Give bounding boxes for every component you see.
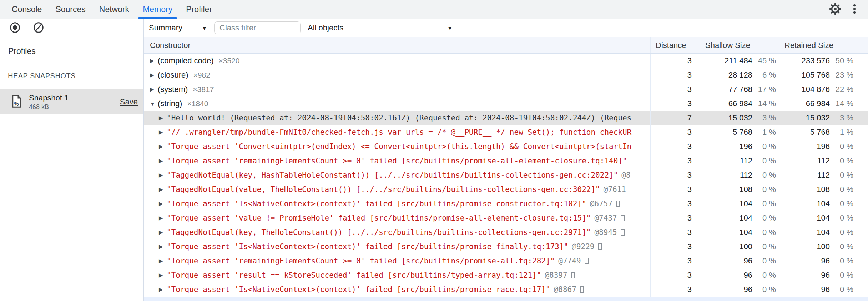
tab-network[interactable]: Network xyxy=(92,0,136,19)
profiles-heading: Profiles xyxy=(0,37,143,56)
retained-size-cell: 1040 % xyxy=(781,211,868,225)
size-percent: 0 % xyxy=(752,285,776,294)
column-header-distance[interactable]: Distance xyxy=(650,37,702,53)
expand-triangle-icon[interactable]: ▶ xyxy=(159,115,167,121)
profiles-sidebar: Profiles HEAP SNAPSHOTS % Snapshot 1 468… xyxy=(0,37,144,301)
snapshot-texts: Snapshot 1 468 kB xyxy=(29,93,120,111)
string-value: "TaggedNotEqual(key, HashTableHoleConsta… xyxy=(167,171,618,179)
string-instance-row[interactable]: ▶"Torque assert 'remainingElementsCount … xyxy=(144,254,868,268)
tab-profiler[interactable]: Profiler xyxy=(179,0,219,19)
shallow-size-cell: 960 % xyxy=(702,254,781,268)
string-value: "// .wrangler/tmp/bundle-FmNIt0/checked-… xyxy=(167,128,631,137)
size-percent: 14 % xyxy=(752,99,776,108)
size-bytes: 96 xyxy=(781,256,830,266)
size-percent: 14 % xyxy=(830,99,853,108)
distance-cell: 3 xyxy=(650,197,702,211)
string-instance-row[interactable]: ▶"// .wrangler/tmp/bundle-FmNIt0/checked… xyxy=(144,125,868,139)
distance-cell: 3 xyxy=(650,225,702,240)
string-instance-row[interactable]: ▶"Torque assert 'Is<NativeContext>(conte… xyxy=(144,240,868,254)
expand-triangle-icon[interactable]: ▶ xyxy=(159,243,167,250)
column-header-shallow-size[interactable]: Shallow Size xyxy=(702,37,781,53)
memory-toolbar: Summary ▼ All objects ▼ xyxy=(0,19,868,37)
constructor-group-row[interactable]: ▶(compiled code)×35203211 48445 %233 576… xyxy=(144,54,868,68)
perspective-select[interactable]: Summary ▼ xyxy=(149,23,211,33)
size-bytes: 196 xyxy=(702,142,752,151)
expand-triangle-icon[interactable]: ▶ xyxy=(159,143,167,150)
constructor-name: (compiled code) xyxy=(158,56,214,65)
collapse-triangle-icon[interactable]: ▼ xyxy=(150,101,158,107)
constructor-group-row[interactable]: ▼(string)×1840366 98414 %66 98414 % xyxy=(144,97,868,111)
settings-button[interactable] xyxy=(827,1,843,17)
class-filter-input[interactable] xyxy=(214,21,301,34)
string-instance-row[interactable]: ▶"Torque assert 'Is<NativeContext>(conte… xyxy=(144,197,868,211)
snapshot-item[interactable]: % Snapshot 1 468 kB Save xyxy=(0,89,143,114)
size-bytes: 77 768 xyxy=(702,85,752,94)
expand-triangle-icon[interactable]: ▶ xyxy=(150,58,158,64)
string-instance-row[interactable]: ▶"Torque assert 'remainingElementsCount … xyxy=(144,154,868,168)
clear-profiles-button[interactable] xyxy=(31,20,46,36)
distance-cell: 3 xyxy=(650,97,702,111)
expand-triangle-icon[interactable]: ▶ xyxy=(159,129,167,135)
record-icon xyxy=(9,22,21,34)
column-header-constructor[interactable]: Constructor xyxy=(144,37,650,53)
string-value: "Torque assert 'Is<NativeContext>(contex… xyxy=(167,199,586,208)
distance-cell: 3 xyxy=(650,82,702,97)
take-snapshot-button[interactable] xyxy=(7,20,23,36)
tabbar-divider xyxy=(820,3,820,15)
size-percent: 0 % xyxy=(752,271,776,280)
string-instance-row[interactable]: ▶"Torque assert 'Is<NativeContext>(conte… xyxy=(144,282,868,297)
grid-rows: ▶(compiled code)×35203211 48445 %233 576… xyxy=(144,54,868,297)
missing-glyph-box-icon xyxy=(616,201,620,207)
constructor-cell: ▶"Torque assert 'result == kStoreSuccede… xyxy=(144,268,650,282)
constructor-group-row[interactable]: ▶(system)×3817377 76817 %104 87622 % xyxy=(144,82,868,97)
tab-console[interactable]: Console xyxy=(5,0,49,19)
object-id: @8 xyxy=(621,171,630,179)
expand-triangle-icon[interactable]: ▶ xyxy=(159,286,167,293)
size-percent: 0 % xyxy=(752,242,776,251)
distance-cell: 3 xyxy=(650,168,702,182)
expand-triangle-icon[interactable]: ▶ xyxy=(159,272,167,278)
size-percent: 3 % xyxy=(752,113,776,123)
missing-glyph-box-icon xyxy=(580,286,584,293)
size-percent: 0 % xyxy=(830,142,853,151)
constructor-name: (system) xyxy=(158,85,188,94)
size-bytes: 96 xyxy=(781,285,830,294)
expand-triangle-icon[interactable]: ▶ xyxy=(159,201,167,207)
missing-glyph-box-icon xyxy=(621,215,625,221)
size-bytes: 104 xyxy=(781,213,830,223)
size-percent: 0 % xyxy=(752,185,776,194)
tab-memory[interactable]: Memory xyxy=(136,0,179,19)
string-value: "Torque assert 'remainingElementsCount >… xyxy=(167,257,555,265)
objects-scope-select[interactable]: All objects ▼ xyxy=(308,23,458,33)
string-instance-row[interactable]: ▶"Torque assert 'value != PromiseHole' f… xyxy=(144,211,868,225)
size-percent: 3 % xyxy=(830,113,853,123)
string-instance-row[interactable]: ▶"Torque assert 'Convert<uintptr>(endInd… xyxy=(144,139,868,154)
expand-triangle-icon[interactable]: ▶ xyxy=(159,186,167,193)
constructor-group-row[interactable]: ▶(closure)×982328 1286 %105 76823 % xyxy=(144,68,868,82)
constructor-cell: ▼(string)×1840 xyxy=(144,97,650,111)
string-instance-row[interactable]: ▶"TaggedNotEqual(key, TheHoleConstant())… xyxy=(144,225,868,240)
expand-triangle-icon[interactable]: ▶ xyxy=(159,215,167,221)
save-snapshot-link[interactable]: Save xyxy=(120,97,138,107)
expand-triangle-icon[interactable]: ▶ xyxy=(159,258,167,264)
retained-size-cell: 1120 % xyxy=(781,168,868,182)
expand-triangle-icon[interactable]: ▶ xyxy=(150,72,158,78)
distance-cell: 3 xyxy=(650,182,702,197)
distance-cell: 3 xyxy=(650,254,702,268)
expand-triangle-icon[interactable]: ▶ xyxy=(150,86,158,93)
more-options-button[interactable] xyxy=(847,1,862,17)
size-percent: 0 % xyxy=(752,171,776,180)
size-percent: 0 % xyxy=(830,228,853,237)
expand-triangle-icon[interactable]: ▶ xyxy=(159,158,167,164)
string-instance-row[interactable]: ▶"TaggedNotEqual(value, TheHoleConstant(… xyxy=(144,182,868,197)
column-header-retained-size[interactable]: Retained Size xyxy=(781,37,868,53)
expand-triangle-icon[interactable]: ▶ xyxy=(159,229,167,236)
string-instance-row[interactable]: ▶"TaggedNotEqual(key, HashTableHoleConst… xyxy=(144,168,868,182)
expand-triangle-icon[interactable]: ▶ xyxy=(159,172,167,178)
object-id: @8397 xyxy=(545,271,567,280)
tab-sources[interactable]: Sources xyxy=(49,0,92,19)
constructor-cell: ▶"Torque assert 'Is<NativeContext>(conte… xyxy=(144,240,650,254)
string-instance-row[interactable]: ▶"Torque assert 'result == kStoreSuccede… xyxy=(144,268,868,282)
string-instance-row[interactable]: ▶"Hello world! (Requested at: 2024-08-19… xyxy=(144,111,868,125)
tabbar-right xyxy=(820,0,868,19)
